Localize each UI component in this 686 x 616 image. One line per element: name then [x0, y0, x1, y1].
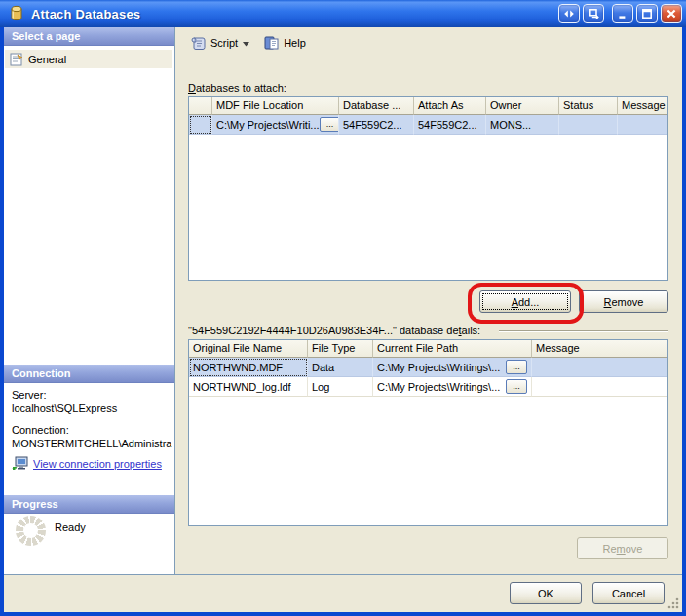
add-button[interactable]: Add...	[479, 290, 571, 313]
database-details-label: "54F559C2192F4444F10D26A0983E34F..." dat…	[188, 325, 480, 336]
column-header-database-name[interactable]: Database ...	[339, 97, 414, 115]
row-selector-cell[interactable]	[189, 115, 212, 135]
details-message-cell[interactable]	[532, 377, 667, 397]
original-file-name-cell[interactable]: NORTHWND.MDF	[189, 358, 308, 377]
column-header-mdf-file-location[interactable]: MDF File Location	[212, 97, 339, 115]
computer-connection-icon	[12, 456, 28, 471]
maximize-button[interactable]	[636, 4, 658, 23]
minimize-button[interactable]	[612, 4, 633, 23]
progress-status: Ready	[55, 521, 86, 533]
table-row[interactable]: C:\My Projects\Writi... ... 54F559C2... …	[189, 115, 667, 135]
database-cylinder-icon	[8, 5, 25, 22]
dock-arrows-button[interactable]	[558, 4, 580, 23]
cancel-button[interactable]: Cancel	[592, 582, 665, 604]
file-type-cell[interactable]: Log	[308, 377, 373, 397]
minimize-icon	[617, 8, 629, 19]
title-bar[interactable]: Attach Databases	[0, 0, 686, 27]
remove-details-button[interactable]: Remove	[577, 537, 668, 559]
server-value: localhost\SQLExpress	[12, 403, 173, 414]
details-label-post: ails:	[462, 325, 481, 336]
view-connection-properties[interactable]: View connection properties	[12, 456, 162, 471]
attach-databases-dialog: Attach Databases	[0, 0, 686, 616]
remove-details-text: ove	[626, 543, 643, 555]
script-scroll-icon	[190, 35, 207, 51]
column-header-attach-as[interactable]: Attach As	[414, 97, 486, 115]
select-a-page-label: Select a page	[12, 30, 80, 42]
message-cell[interactable]	[618, 115, 667, 135]
remove-button[interactable]: Remove	[579, 290, 668, 313]
maximize-icon	[641, 8, 653, 19]
column-header-message[interactable]: Message	[618, 97, 667, 115]
progress-label: Progress	[12, 498, 58, 510]
current-file-path-value: C:\My Projects\Writings\...	[377, 362, 500, 373]
close-button[interactable]	[661, 4, 682, 23]
help-book-icon	[263, 35, 280, 51]
connection-account-value: MONSTERMITCHELL\Administra	[12, 438, 173, 449]
details-message-cell[interactable]	[532, 358, 667, 377]
current-file-path-cell[interactable]: C:\My Projects\Writings\... ...	[373, 358, 532, 377]
dock-arrows-icon	[563, 8, 575, 19]
ok-button[interactable]: OK	[510, 582, 582, 604]
main-panel: Script Help	[175, 27, 682, 574]
browse-button[interactable]: ...	[320, 117, 339, 132]
browse-button[interactable]: ...	[506, 379, 527, 394]
connection-label: Connection	[12, 367, 71, 379]
resize-grip[interactable]	[667, 597, 680, 610]
close-icon	[666, 8, 677, 19]
attach-as-cell[interactable]: 54F559C2...	[414, 115, 486, 135]
databases-to-attach-grid[interactable]: MDF File Location Database ... Attach As…	[188, 96, 668, 281]
help-button[interactable]: Help	[256, 31, 313, 55]
sidebar: Select a page General Connection Server:…	[4, 27, 175, 574]
status-cell[interactable]	[559, 115, 618, 135]
column-header-original-file-name[interactable]: Original File Name	[189, 340, 308, 358]
progress-header: Progress	[4, 495, 174, 514]
toolbar: Script Help	[175, 27, 682, 58]
help-button-label: Help	[284, 37, 306, 49]
sidebar-item-general[interactable]: General	[5, 50, 172, 68]
add-button-mnemonic: A	[512, 296, 518, 308]
current-file-path-value: C:\My Projects\Writings\...	[377, 381, 500, 393]
database-name-cell[interactable]: 54F559C2...	[339, 115, 414, 135]
mdf-file-location-cell[interactable]: C:\My Projects\Writi... ...	[212, 115, 339, 135]
file-type-cell[interactable]: Data	[308, 358, 373, 377]
table-row[interactable]: NORTHWND_log.ldf Log C:\My Projects\Writ…	[189, 377, 667, 397]
connection-account-label: Connection:	[12, 424, 173, 436]
attach-label-text: atabases to attach:	[196, 82, 286, 94]
database-details-grid[interactable]: Original File Name File Type Current Fil…	[188, 339, 668, 526]
details-separator	[499, 330, 668, 332]
current-file-path-cell[interactable]: C:\My Projects\Writings\... ...	[373, 377, 532, 397]
add-button-text: dd...	[518, 296, 539, 308]
general-page-icon	[9, 52, 24, 67]
column-header-selector[interactable]	[189, 97, 212, 115]
remove-details-mnemonic: m	[617, 543, 626, 555]
window-title: Attach Databases	[31, 7, 140, 21]
column-header-owner[interactable]: Owner	[486, 97, 559, 115]
databases-to-attach-label: Databases to attach:	[188, 82, 286, 94]
resize-grip-icon	[667, 597, 680, 610]
attach-label-mnemonic: D	[188, 82, 196, 94]
column-header-current-file-path[interactable]: Current File Path	[373, 340, 532, 358]
select-a-page-header: Select a page	[4, 27, 174, 46]
browse-button[interactable]: ...	[506, 360, 527, 374]
remove-details-pre: Re	[603, 543, 617, 555]
details-grid-header: Original File Name File Type Current Fil…	[189, 340, 667, 358]
view-connection-properties-link[interactable]: View connection properties	[33, 458, 162, 470]
script-button[interactable]: Script	[183, 31, 256, 55]
mdf-file-location-value: C:\My Projects\Writi...	[216, 119, 320, 131]
undock-icon	[588, 8, 599, 19]
column-header-file-type[interactable]: File Type	[308, 340, 373, 358]
window-controls	[555, 4, 682, 23]
column-header-status[interactable]: Status	[559, 97, 618, 115]
attach-grid-header: MDF File Location Database ... Attach As…	[189, 97, 667, 115]
table-row[interactable]: NORTHWND.MDF Data C:\My Projects\Writing…	[189, 358, 667, 377]
owner-cell[interactable]: MONS...	[486, 115, 559, 135]
server-label: Server:	[12, 389, 173, 401]
undock-button[interactable]	[583, 4, 604, 23]
script-button-label: Script	[210, 37, 238, 49]
sidebar-item-label: General	[28, 54, 66, 65]
progress-spinner-icon	[16, 516, 46, 546]
details-label-pre: "54F559C2192F4444F10D26A0983E34F..." dat…	[188, 325, 459, 336]
original-file-name-cell[interactable]: NORTHWND_log.ldf	[189, 377, 308, 397]
column-header-details-message[interactable]: Message	[532, 340, 667, 358]
remove-button-text: emove	[611, 296, 643, 308]
